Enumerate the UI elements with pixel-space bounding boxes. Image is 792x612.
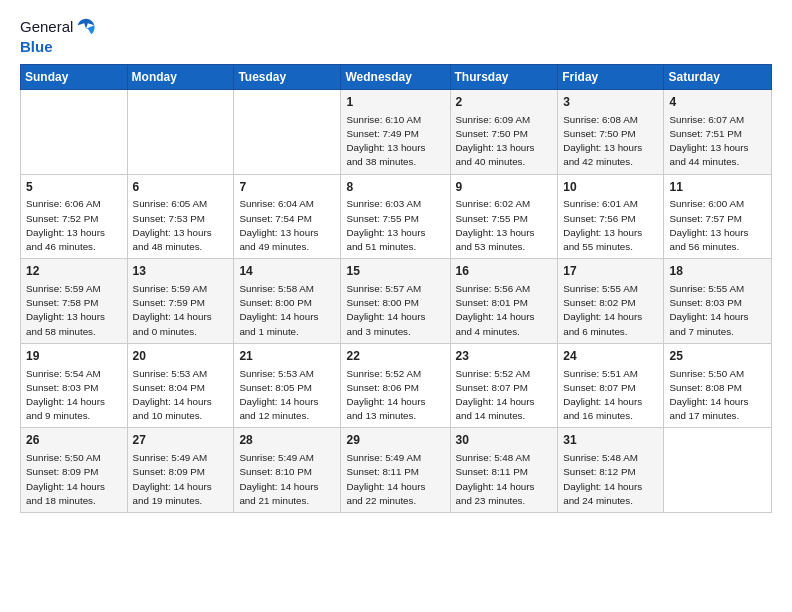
day-cell-20: 20Sunrise: 5:53 AMSunset: 8:04 PMDayligh…	[127, 343, 234, 428]
day-cell-18: 18Sunrise: 5:55 AMSunset: 8:03 PMDayligh…	[664, 259, 772, 344]
empty-cell	[234, 90, 341, 175]
day-number: 30	[456, 432, 553, 449]
day-info: Sunrise: 5:54 AMSunset: 8:03 PMDaylight:…	[26, 367, 122, 424]
day-info: Sunrise: 5:52 AMSunset: 8:07 PMDaylight:…	[456, 367, 553, 424]
day-cell-17: 17Sunrise: 5:55 AMSunset: 8:02 PMDayligh…	[558, 259, 664, 344]
calendar-table: SundayMondayTuesdayWednesdayThursdayFrid…	[20, 64, 772, 513]
week-row-4: 19Sunrise: 5:54 AMSunset: 8:03 PMDayligh…	[21, 343, 772, 428]
day-cell-13: 13Sunrise: 5:59 AMSunset: 7:59 PMDayligh…	[127, 259, 234, 344]
day-info: Sunrise: 6:08 AMSunset: 7:50 PMDaylight:…	[563, 113, 658, 170]
day-header-wednesday: Wednesday	[341, 65, 450, 90]
day-of-week-row: SundayMondayTuesdayWednesdayThursdayFrid…	[21, 65, 772, 90]
day-cell-26: 26Sunrise: 5:50 AMSunset: 8:09 PMDayligh…	[21, 428, 128, 513]
day-number: 1	[346, 94, 444, 111]
day-number: 9	[456, 179, 553, 196]
day-cell-30: 30Sunrise: 5:48 AMSunset: 8:11 PMDayligh…	[450, 428, 558, 513]
day-cell-6: 6Sunrise: 6:05 AMSunset: 7:53 PMDaylight…	[127, 174, 234, 259]
day-info: Sunrise: 6:07 AMSunset: 7:51 PMDaylight:…	[669, 113, 766, 170]
day-number: 27	[133, 432, 229, 449]
calendar-body: 1Sunrise: 6:10 AMSunset: 7:49 PMDaylight…	[21, 90, 772, 513]
day-cell-31: 31Sunrise: 5:48 AMSunset: 8:12 PMDayligh…	[558, 428, 664, 513]
day-info: Sunrise: 5:51 AMSunset: 8:07 PMDaylight:…	[563, 367, 658, 424]
day-header-thursday: Thursday	[450, 65, 558, 90]
day-header-saturday: Saturday	[664, 65, 772, 90]
day-info: Sunrise: 6:02 AMSunset: 7:55 PMDaylight:…	[456, 197, 553, 254]
day-info: Sunrise: 5:52 AMSunset: 8:06 PMDaylight:…	[346, 367, 444, 424]
day-info: Sunrise: 5:49 AMSunset: 8:10 PMDaylight:…	[239, 451, 335, 508]
day-info: Sunrise: 5:48 AMSunset: 8:11 PMDaylight:…	[456, 451, 553, 508]
day-cell-1: 1Sunrise: 6:10 AMSunset: 7:49 PMDaylight…	[341, 90, 450, 175]
day-info: Sunrise: 5:58 AMSunset: 8:00 PMDaylight:…	[239, 282, 335, 339]
week-row-5: 26Sunrise: 5:50 AMSunset: 8:09 PMDayligh…	[21, 428, 772, 513]
day-info: Sunrise: 6:10 AMSunset: 7:49 PMDaylight:…	[346, 113, 444, 170]
day-info: Sunrise: 5:53 AMSunset: 8:04 PMDaylight:…	[133, 367, 229, 424]
day-header-sunday: Sunday	[21, 65, 128, 90]
day-number: 16	[456, 263, 553, 280]
day-info: Sunrise: 6:03 AMSunset: 7:55 PMDaylight:…	[346, 197, 444, 254]
empty-cell	[664, 428, 772, 513]
day-cell-22: 22Sunrise: 5:52 AMSunset: 8:06 PMDayligh…	[341, 343, 450, 428]
day-cell-11: 11Sunrise: 6:00 AMSunset: 7:57 PMDayligh…	[664, 174, 772, 259]
day-info: Sunrise: 5:53 AMSunset: 8:05 PMDaylight:…	[239, 367, 335, 424]
day-number: 19	[26, 348, 122, 365]
week-row-1: 1Sunrise: 6:10 AMSunset: 7:49 PMDaylight…	[21, 90, 772, 175]
day-info: Sunrise: 6:05 AMSunset: 7:53 PMDaylight:…	[133, 197, 229, 254]
day-cell-8: 8Sunrise: 6:03 AMSunset: 7:55 PMDaylight…	[341, 174, 450, 259]
day-number: 14	[239, 263, 335, 280]
day-info: Sunrise: 5:55 AMSunset: 8:03 PMDaylight:…	[669, 282, 766, 339]
logo-text-blue: Blue	[20, 38, 53, 56]
day-info: Sunrise: 6:00 AMSunset: 7:57 PMDaylight:…	[669, 197, 766, 254]
day-cell-28: 28Sunrise: 5:49 AMSunset: 8:10 PMDayligh…	[234, 428, 341, 513]
day-cell-23: 23Sunrise: 5:52 AMSunset: 8:07 PMDayligh…	[450, 343, 558, 428]
day-number: 4	[669, 94, 766, 111]
day-header-monday: Monday	[127, 65, 234, 90]
day-number: 13	[133, 263, 229, 280]
day-cell-14: 14Sunrise: 5:58 AMSunset: 8:00 PMDayligh…	[234, 259, 341, 344]
day-info: Sunrise: 6:01 AMSunset: 7:56 PMDaylight:…	[563, 197, 658, 254]
day-number: 29	[346, 432, 444, 449]
day-info: Sunrise: 5:55 AMSunset: 8:02 PMDaylight:…	[563, 282, 658, 339]
day-number: 20	[133, 348, 229, 365]
day-cell-12: 12Sunrise: 5:59 AMSunset: 7:58 PMDayligh…	[21, 259, 128, 344]
day-cell-24: 24Sunrise: 5:51 AMSunset: 8:07 PMDayligh…	[558, 343, 664, 428]
day-number: 10	[563, 179, 658, 196]
day-cell-4: 4Sunrise: 6:07 AMSunset: 7:51 PMDaylight…	[664, 90, 772, 175]
day-info: Sunrise: 5:56 AMSunset: 8:01 PMDaylight:…	[456, 282, 553, 339]
day-cell-10: 10Sunrise: 6:01 AMSunset: 7:56 PMDayligh…	[558, 174, 664, 259]
day-number: 21	[239, 348, 335, 365]
day-number: 31	[563, 432, 658, 449]
day-cell-27: 27Sunrise: 5:49 AMSunset: 8:09 PMDayligh…	[127, 428, 234, 513]
logo-text-general: General	[20, 18, 73, 36]
day-number: 28	[239, 432, 335, 449]
day-cell-29: 29Sunrise: 5:49 AMSunset: 8:11 PMDayligh…	[341, 428, 450, 513]
day-info: Sunrise: 5:50 AMSunset: 8:09 PMDaylight:…	[26, 451, 122, 508]
day-number: 8	[346, 179, 444, 196]
day-number: 12	[26, 263, 122, 280]
day-number: 7	[239, 179, 335, 196]
empty-cell	[127, 90, 234, 175]
day-number: 17	[563, 263, 658, 280]
empty-cell	[21, 90, 128, 175]
day-number: 18	[669, 263, 766, 280]
day-cell-19: 19Sunrise: 5:54 AMSunset: 8:03 PMDayligh…	[21, 343, 128, 428]
day-number: 3	[563, 94, 658, 111]
day-cell-3: 3Sunrise: 6:08 AMSunset: 7:50 PMDaylight…	[558, 90, 664, 175]
day-info: Sunrise: 6:06 AMSunset: 7:52 PMDaylight:…	[26, 197, 122, 254]
day-cell-21: 21Sunrise: 5:53 AMSunset: 8:05 PMDayligh…	[234, 343, 341, 428]
week-row-2: 5Sunrise: 6:06 AMSunset: 7:52 PMDaylight…	[21, 174, 772, 259]
week-row-3: 12Sunrise: 5:59 AMSunset: 7:58 PMDayligh…	[21, 259, 772, 344]
day-number: 15	[346, 263, 444, 280]
day-cell-15: 15Sunrise: 5:57 AMSunset: 8:00 PMDayligh…	[341, 259, 450, 344]
day-info: Sunrise: 6:04 AMSunset: 7:54 PMDaylight:…	[239, 197, 335, 254]
day-number: 6	[133, 179, 229, 196]
day-info: Sunrise: 5:59 AMSunset: 7:59 PMDaylight:…	[133, 282, 229, 339]
day-number: 2	[456, 94, 553, 111]
day-header-tuesday: Tuesday	[234, 65, 341, 90]
day-info: Sunrise: 5:49 AMSunset: 8:11 PMDaylight:…	[346, 451, 444, 508]
day-info: Sunrise: 5:57 AMSunset: 8:00 PMDaylight:…	[346, 282, 444, 339]
day-number: 26	[26, 432, 122, 449]
day-number: 11	[669, 179, 766, 196]
logo: General Blue	[20, 16, 97, 56]
page: General Blue SundayMondayTuesdayWednesda…	[0, 0, 792, 612]
day-number: 25	[669, 348, 766, 365]
